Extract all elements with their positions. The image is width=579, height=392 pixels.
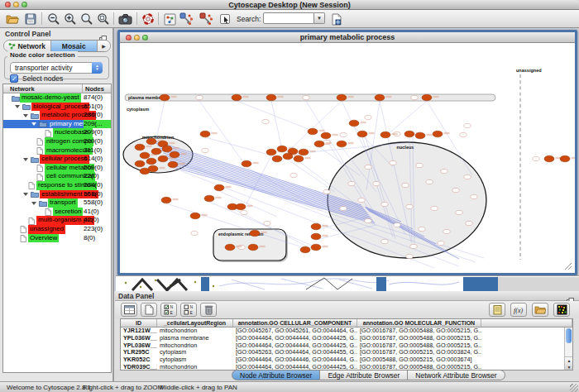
table-cell[interactable]: YJR121W__1 <box>121 327 157 335</box>
network-node-selected[interactable] <box>248 244 258 251</box>
search-config-button[interactable] <box>329 12 344 26</box>
network-node-selected[interactable] <box>266 149 276 155</box>
network-node[interactable] <box>394 222 400 227</box>
table-cell[interactable]: YLR295C <box>121 349 157 356</box>
layout-annotations-button[interactable] <box>199 12 213 26</box>
delete-attribute-button[interactable] <box>200 303 217 317</box>
network-node[interactable] <box>443 229 450 233</box>
network-node[interactable] <box>202 148 208 152</box>
column-header-region[interactable]: _cellularLayoutRegion <box>157 319 233 327</box>
table-scrollbar-thumb[interactable] <box>566 328 572 343</box>
tab-network-attribute-browser[interactable]: Network Attribute Browser <box>408 370 505 380</box>
network-node-selected[interactable] <box>158 155 168 162</box>
network-node-selected[interactable] <box>308 128 318 135</box>
network-node-selected[interactable] <box>161 197 171 203</box>
network-node[interactable] <box>456 210 462 214</box>
network-node-selected[interactable] <box>151 148 161 155</box>
snapshot-button[interactable] <box>117 12 132 26</box>
network-node-selected[interactable] <box>214 184 224 191</box>
show-attributes-button[interactable] <box>121 303 137 317</box>
node-color-dropdown[interactable]: transporter activity ▲▼ <box>10 62 103 74</box>
table-row[interactable]: YPL036W__1mitochondrion[GO:0044464, GO:0… <box>121 342 572 350</box>
tree-row-biological-process[interactable]: biological_process651(0) <box>3 103 111 112</box>
column-header-molecular-function[interactable]: annotation.GO MOLECULAR_FUNCTION <box>357 319 481 327</box>
network-node-selected[interactable] <box>250 230 260 237</box>
tree-row-transport[interactable]: transport558(0) <box>3 198 111 208</box>
network-node-selected[interactable] <box>337 141 347 147</box>
network-node-selected[interactable] <box>160 94 170 101</box>
network-node-selected[interactable] <box>357 131 367 137</box>
network-node-selected[interactable] <box>266 94 276 101</box>
attribute-editor-button[interactable] <box>489 303 505 317</box>
network-node[interactable] <box>533 156 539 160</box>
table-cell[interactable]: cytoplasm <box>157 349 233 356</box>
tree-row-cellular-metabol[interactable]: cellular metabol209(0) <box>3 164 111 173</box>
network-node[interactable] <box>406 254 413 258</box>
tree-row-macromolecule[interactable]: macromolecule311(0) <box>3 146 111 155</box>
network-node[interactable] <box>390 160 396 165</box>
network-node-selected[interactable] <box>321 132 331 139</box>
tree-row-mosaic-demo-yeast[interactable]: mosaic-demo-yeast874(0) <box>3 93 111 103</box>
network-node[interactable] <box>419 227 425 231</box>
network-node[interactable] <box>358 198 365 202</box>
table-cell[interactable]: [GO:0016787, GO:0005488, GO:0005215, G..… <box>357 335 481 342</box>
network-node-selected[interactable] <box>140 152 150 159</box>
network-node-selected[interactable] <box>242 160 251 167</box>
network-node-selected[interactable] <box>349 120 359 127</box>
network-node[interactable] <box>464 123 471 127</box>
tree-row-establishment-of-lo[interactable]: establishment of lo558(0) <box>3 190 111 199</box>
tree-row-overview[interactable]: Overview8(0) <box>3 234 111 243</box>
expand-arrow-icon[interactable] <box>31 122 36 126</box>
zoom-out-button[interactable] <box>46 12 61 26</box>
network-node[interactable] <box>340 206 347 210</box>
network-node-selected[interactable] <box>204 195 214 202</box>
network-canvas[interactable]: plasma membrane cytoplasm mitochondrion … <box>120 43 575 273</box>
expand-arrow-icon[interactable] <box>23 193 28 196</box>
network-node[interactable] <box>381 239 388 243</box>
tab-network[interactable]: Network <box>4 41 51 51</box>
network-node-selected[interactable] <box>236 203 246 210</box>
table-cell[interactable]: [GO:0045267, GO:0045261, GO:0044464, G..… <box>233 327 357 335</box>
network-node[interactable] <box>402 183 409 187</box>
network-node[interactable] <box>464 174 471 179</box>
network-node[interactable] <box>365 218 371 222</box>
network-node-selected[interactable] <box>232 94 242 101</box>
window-resize-grip[interactable] <box>570 384 578 392</box>
table-scrollbar[interactable]: ▲▼ <box>564 327 572 370</box>
column-header-id[interactable]: ID <box>121 319 157 327</box>
table-cell[interactable]: [GO:0044464, GO:0044446, GO:0044444, G..… <box>233 356 357 364</box>
view-resize-grip[interactable] <box>565 263 572 270</box>
table-cell[interactable]: YDR039C__1 <box>121 364 157 370</box>
network-node[interactable] <box>426 179 433 184</box>
help-button[interactable] <box>141 12 156 26</box>
network-node-selected[interactable] <box>300 246 310 253</box>
expand-arrow-icon[interactable] <box>23 114 28 117</box>
network-node[interactable] <box>416 163 423 167</box>
background-window-sliver[interactable] <box>116 275 579 291</box>
network-node[interactable] <box>441 169 447 173</box>
network-node[interactable] <box>460 132 467 136</box>
zoom-in-button[interactable] <box>63 12 78 26</box>
zoom-to-fit-button[interactable] <box>96 12 111 26</box>
table-cell[interactable]: [GO:0044464, GO:0044444, GO:0044425, G..… <box>233 335 357 342</box>
select-nodes-checkbox[interactable]: ✓ <box>10 74 18 83</box>
table-cell[interactable]: YPL036W__1 <box>121 342 157 350</box>
network-node[interactable] <box>196 95 203 99</box>
table-row[interactable]: YPL036W__2plasma membrane[GO:0044464, GO… <box>121 335 572 342</box>
network-node[interactable] <box>381 202 388 206</box>
network-node[interactable] <box>340 132 347 136</box>
table-cell[interactable]: YPL036W__2 <box>121 335 157 342</box>
tree-row-multi-organism-pro[interactable]: multi-organism pro42(0) <box>3 216 111 225</box>
network-node-selected[interactable] <box>146 158 156 165</box>
network-node[interactable] <box>241 210 247 214</box>
network-node-selected[interactable] <box>135 144 145 151</box>
network-node[interactable] <box>452 188 459 192</box>
import-attributes-button[interactable] <box>532 303 548 317</box>
network-node-selected[interactable] <box>422 94 432 101</box>
tree-row-response-to-stimulu[interactable]: response to stimulu264(0) <box>3 181 111 190</box>
table-row[interactable]: YKR052Ccytoplasm[GO:0044464, GO:0044446,… <box>121 356 572 364</box>
network-node[interactable] <box>191 231 198 235</box>
column-header-cellular-component[interactable]: annotation.GO CELLULAR_COMPONENT <box>233 319 357 327</box>
select-attributes-button[interactable]: NE <box>160 303 177 317</box>
tree-row-nucleobase-[interactable]: nucleobase-209(0) <box>3 128 111 137</box>
